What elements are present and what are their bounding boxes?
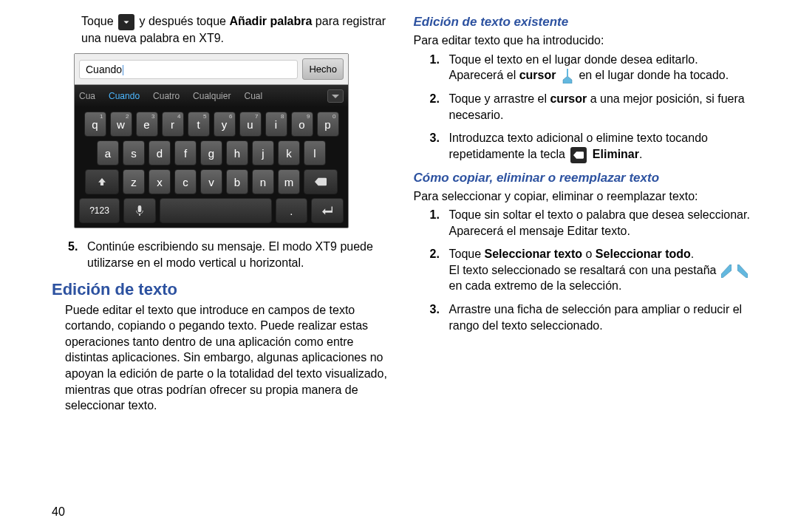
page-number: 40 bbox=[52, 505, 65, 519]
period-key: . bbox=[276, 198, 308, 223]
keyboard-done-button: Hecho bbox=[302, 58, 344, 80]
list-text: en cada extremo de la selección. bbox=[449, 279, 622, 292]
list-item-text: Continúe escribiendo su mensaje. El modo… bbox=[87, 240, 373, 269]
key: p0 bbox=[317, 112, 339, 137]
list-number: 2. bbox=[430, 91, 440, 107]
list-text: Toque el texto en el lugar donde desea e… bbox=[449, 53, 698, 66]
list-item: 3. Introduzca texto adicional o elimine … bbox=[430, 130, 758, 163]
suggestion-item: Cua bbox=[79, 91, 95, 101]
body-edicion-texto: Puede editar el texto que introduce en c… bbox=[65, 302, 396, 414]
key: m bbox=[278, 169, 300, 194]
key: l bbox=[304, 140, 326, 166]
suggestion-expand-icon bbox=[327, 89, 344, 103]
key: f bbox=[174, 140, 197, 166]
heading-edicion-texto: Edición de texto bbox=[52, 280, 396, 299]
heading-edicion-existente: Edición de texto existente bbox=[414, 15, 758, 30]
shift-key bbox=[85, 169, 119, 194]
enter-key bbox=[311, 198, 344, 223]
key: q1 bbox=[84, 112, 106, 137]
keyboard-top-bar: Cuando Hecho bbox=[75, 54, 348, 85]
list-text: . bbox=[639, 148, 642, 160]
intro-existente: Para editar texto que ha introducido: bbox=[414, 33, 758, 49]
delete-key-icon bbox=[570, 147, 587, 163]
key: y6 bbox=[214, 112, 236, 137]
selection-handle-right-icon bbox=[737, 265, 748, 278]
list-text: El texto seleccionado se resaltará con u… bbox=[449, 264, 717, 276]
list-number: 1. bbox=[430, 207, 440, 223]
suggestion-item: Cuatro bbox=[153, 91, 180, 101]
list-bold: cursor bbox=[519, 69, 556, 81]
intro-mid: y después toque bbox=[140, 15, 226, 27]
suggestion-item: Cualquier bbox=[193, 91, 231, 101]
list-item: 2. Toque y arrastre el cursor a una mejo… bbox=[430, 91, 758, 123]
key: s bbox=[123, 140, 145, 166]
key: h bbox=[226, 140, 248, 166]
list-text: Aparecerá el mensaje Editar texto. bbox=[449, 225, 630, 237]
key: b bbox=[226, 169, 248, 194]
intro-pre: Toque bbox=[81, 15, 114, 27]
key: z bbox=[123, 169, 145, 194]
list-number: 2. bbox=[430, 246, 440, 262]
list-text: Toque sin soltar el texto o palabra que … bbox=[449, 208, 750, 221]
list-item: 2. Toque Seleccionar texto o Seleccionar… bbox=[430, 246, 758, 294]
list-bold: Seleccionar texto bbox=[485, 248, 583, 260]
key: u7 bbox=[239, 112, 262, 137]
list-bold: cursor bbox=[550, 92, 587, 105]
cursor-handle-icon bbox=[562, 69, 573, 83]
list-text: Toque y arrastre el bbox=[449, 92, 548, 105]
list-text: Aparecerá el bbox=[449, 69, 516, 81]
mic-key bbox=[123, 198, 156, 223]
intro-bold: Añadir palabra bbox=[229, 15, 312, 27]
list-text: en el lugar donde ha tocado. bbox=[579, 69, 729, 81]
list-item: 1. Toque sin soltar el texto o palabra q… bbox=[430, 207, 758, 239]
list-text: Arrastre una ficha de selección para amp… bbox=[449, 303, 743, 332]
key: j bbox=[252, 140, 274, 166]
list-item: 1. Toque el texto en el lugar donde dese… bbox=[430, 52, 758, 83]
keyboard-screenshot: Cuando Hecho Cua Cuando Cuatro Cualquier… bbox=[74, 53, 349, 228]
suggestion-item-selected: Cuando bbox=[109, 91, 140, 101]
key: x bbox=[149, 169, 171, 194]
more-dropdown-icon bbox=[118, 14, 134, 30]
list-number: 5. bbox=[68, 239, 78, 255]
key: o9 bbox=[291, 112, 313, 137]
key: w2 bbox=[110, 112, 132, 137]
intro-line: Toque y después toque Añadir palabra par… bbox=[81, 13, 396, 46]
key: v bbox=[200, 169, 222, 194]
key: g bbox=[200, 140, 222, 166]
key: n bbox=[252, 169, 274, 194]
heading-copiar-eliminar: Cómo copiar, eliminar o reemplazar texto bbox=[414, 171, 758, 185]
key: i8 bbox=[265, 112, 287, 137]
intro-copiar: Para seleccionar y copiar, eliminar o re… bbox=[414, 188, 758, 205]
selection-handle-left-icon bbox=[721, 265, 732, 278]
space-key bbox=[160, 198, 272, 223]
key: a bbox=[97, 140, 119, 166]
key: d bbox=[149, 140, 171, 166]
backspace-key bbox=[304, 169, 338, 194]
key: e3 bbox=[136, 112, 158, 137]
list-number: 1. bbox=[430, 52, 440, 68]
list-text: Toque bbox=[449, 248, 482, 260]
symbols-key: ?123 bbox=[79, 198, 120, 223]
suggestion-item: Cual bbox=[244, 91, 262, 101]
keyboard-suggestion-bar: Cua Cuando Cuatro Cualquier Cual bbox=[75, 85, 348, 107]
keyboard-text-input: Cuando bbox=[79, 60, 298, 79]
list-text: . bbox=[691, 248, 694, 260]
list-bold: Eliminar bbox=[593, 148, 639, 160]
list-number: 3. bbox=[430, 301, 440, 318]
list-item-5: 5. Continúe escribiendo su mensaje. El m… bbox=[68, 239, 396, 270]
key: r4 bbox=[162, 112, 184, 137]
list-item: 3. Arrastre una ficha de selección para … bbox=[430, 301, 758, 333]
list-text: o bbox=[586, 248, 593, 260]
list-bold: Seleccionar todo bbox=[596, 248, 691, 260]
keyboard-keys: q1 w2 e3 r4 t5 y6 u7 i8 o9 p0 a s d f g bbox=[75, 107, 348, 228]
key: k bbox=[278, 140, 300, 166]
key: c bbox=[174, 169, 197, 194]
list-number: 3. bbox=[430, 130, 440, 146]
key: t5 bbox=[188, 112, 210, 137]
